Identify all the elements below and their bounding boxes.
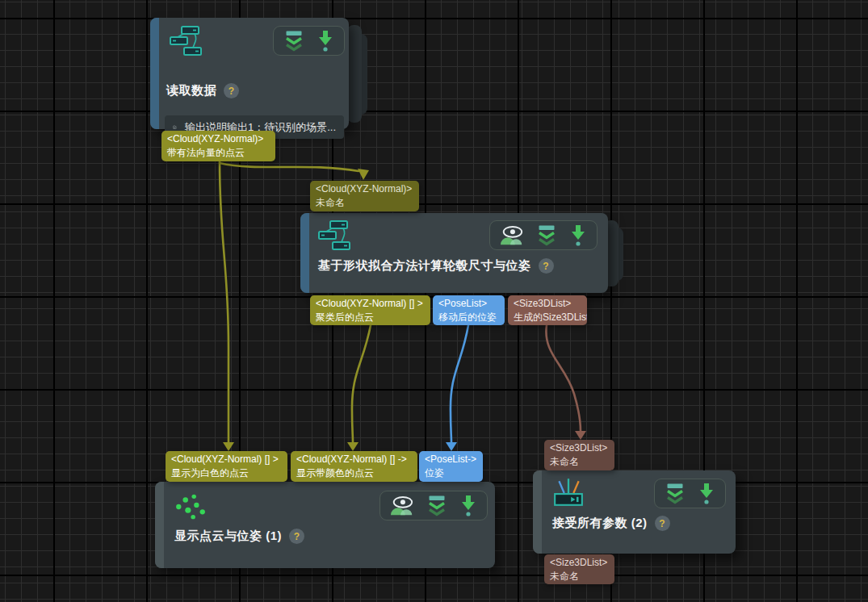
eye-visibility-icon[interactable]	[390, 495, 414, 517]
node-toolbar	[489, 220, 598, 250]
node-shape-fitting[interactable]: 基于形状拟合方法计算轮毂尺寸与位姿 ?	[300, 213, 608, 293]
point-cloud-dots-icon	[174, 493, 207, 520]
flow-nodes-icon	[170, 26, 208, 56]
port-label-cloud-unnamed[interactable]: <Cloud(XYZ-Normal)> 未命名	[310, 181, 419, 211]
wire-cloud-to-white-cloud	[220, 161, 234, 451]
port-label-white-cloud[interactable]: <Cloud(XYZ-Normal) [] > 显示为白色的点云	[166, 451, 287, 482]
port-label-size3dlist-generated[interactable]: <Size3DList> 生成的Size3DList	[508, 295, 587, 325]
port-label-size3dlist-out[interactable]: <Size3DList> 未命名	[544, 554, 614, 584]
node-stripe	[533, 470, 542, 554]
wire-cloud-to-unnamed	[220, 163, 369, 180]
node-stripe	[300, 213, 309, 293]
port-label-clustered-cloud[interactable]: <Cloud(XYZ-Normal) [] > 聚类后的点云	[310, 295, 430, 325]
node-toolbar	[654, 479, 726, 508]
double-chevron-icon[interactable]	[665, 483, 686, 504]
node-toolbar	[273, 26, 345, 56]
node-title: 接受所有参数 (2)	[552, 516, 648, 531]
node-title: 显示点云与位姿 (1)	[174, 529, 282, 544]
port-label-cloud-normals[interactable]: <Cloud(XYZ-Normal)> 带有法向量的点云	[161, 131, 275, 161]
download-arrow-icon[interactable]	[317, 30, 334, 52]
wire-poselist-to-pose	[446, 325, 468, 451]
port-label-moved-poses[interactable]: <PoseList> 移动后的位姿	[433, 295, 505, 325]
help-badge[interactable]: ?	[539, 258, 554, 274]
port-label-pose-input[interactable]: <PoseList-> 位姿	[419, 451, 483, 482]
help-badge[interactable]: ?	[655, 516, 670, 531]
node-stack-layer	[347, 25, 362, 123]
download-arrow-icon[interactable]	[698, 483, 715, 505]
node-graph-canvas[interactable]: 读取数据 ? 输出说明输出1：待识别的场景... 基于形状拟合方法计算轮毂尺寸与…	[0, 0, 868, 602]
eye-visibility-icon[interactable]	[500, 224, 524, 247]
port-label-colored-cloud[interactable]: <Cloud(XYZ-Normal) [] -> 显示带颜色的点云	[291, 451, 417, 482]
help-badge[interactable]: ?	[289, 529, 304, 544]
wire-size3dlist-to-accept	[546, 325, 586, 440]
double-chevron-icon[interactable]	[426, 495, 447, 516]
antenna-receiver-icon	[552, 478, 585, 507]
node-stripe	[155, 482, 164, 568]
node-title: 读取数据	[166, 83, 216, 98]
node-toolbar	[379, 491, 488, 520]
double-chevron-icon[interactable]	[283, 30, 304, 52]
double-chevron-icon[interactable]	[536, 224, 557, 246]
download-arrow-icon[interactable]	[459, 495, 477, 517]
flow-nodes-icon	[318, 220, 357, 251]
download-arrow-icon[interactable]	[569, 224, 587, 247]
node-read-data[interactable]: 读取数据 ? 输出说明输出1：待识别的场景...	[150, 18, 349, 129]
node-accept-params[interactable]: 接受所有参数 (2) ?	[533, 470, 736, 554]
help-badge[interactable]: ?	[224, 83, 239, 98]
port-label-size3dlist-in[interactable]: <Size3DList> 未命名	[544, 440, 614, 470]
node-show-cloud-pose[interactable]: 显示点云与位姿 (1) ?	[155, 482, 495, 568]
wire-clustered-cloud-to-colored-cloud	[347, 325, 371, 451]
node-stripe	[150, 18, 159, 129]
node-title: 基于形状拟合方法计算轮毂尺寸与位姿	[318, 258, 531, 274]
